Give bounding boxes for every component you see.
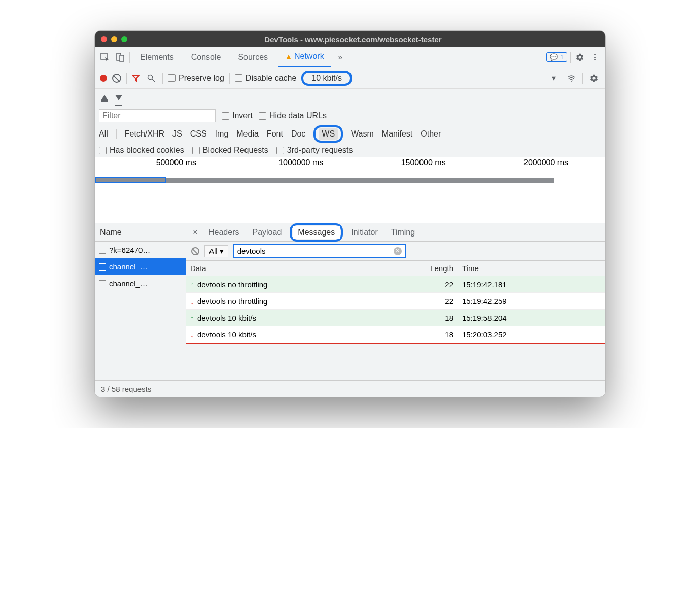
tab-console[interactable]: Console xyxy=(184,47,228,67)
request-row[interactable]: channel_… xyxy=(95,275,186,292)
tab-initiator[interactable]: Initiator xyxy=(346,226,382,239)
disable-cache-checkbox[interactable]: Disable cache xyxy=(235,74,297,83)
arrow-down-icon: ↓ xyxy=(190,297,197,306)
invert-checkbox[interactable]: Invert xyxy=(222,111,253,120)
col-length-header[interactable]: Length xyxy=(402,261,458,276)
warning-icon: ▲ xyxy=(285,52,292,60)
more-tabs-icon[interactable]: » xyxy=(334,51,346,63)
messages-filter-bar: All▾ ✕ xyxy=(186,242,605,261)
tab-timing[interactable]: Timing xyxy=(386,226,420,239)
file-icon xyxy=(99,280,106,287)
settings-icon[interactable] xyxy=(574,51,586,63)
recording-marker xyxy=(186,343,605,344)
close-detail-button[interactable]: × xyxy=(190,228,200,237)
col-data-header[interactable]: Data xyxy=(186,261,402,276)
message-type-select[interactable]: All▾ xyxy=(204,245,228,257)
clear-search-button[interactable]: ✕ xyxy=(394,247,402,255)
status-bar-row: 3 / 58 requests xyxy=(95,381,605,397)
hide-data-urls-checkbox[interactable]: Hide data URLs xyxy=(259,111,327,120)
kebab-menu-icon[interactable]: ⋮ xyxy=(589,51,601,63)
messages-header: Data Length Time xyxy=(186,261,605,276)
request-row[interactable]: channel_… xyxy=(95,258,186,275)
svg-rect-2 xyxy=(120,55,124,61)
search-icon[interactable] xyxy=(145,72,157,84)
chat-icon: 💬 xyxy=(550,53,558,61)
throttle-highlight: 10 kbit/s xyxy=(301,71,352,86)
type-filter-font[interactable]: Font xyxy=(267,129,283,139)
timeline-bar xyxy=(166,178,554,183)
blocked-cookies-checkbox[interactable]: Has blocked cookies xyxy=(99,146,184,155)
file-icon xyxy=(99,263,106,271)
wifi-icon[interactable] xyxy=(565,72,577,84)
tab-payload[interactable]: Payload xyxy=(247,226,287,239)
tab-headers[interactable]: Headers xyxy=(203,226,244,239)
timeline-tick: 2000000 ms xyxy=(523,158,568,167)
tab-elements[interactable]: Elements xyxy=(133,47,181,67)
type-filter-manifest[interactable]: Manifest xyxy=(382,129,412,139)
maximize-window-button[interactable] xyxy=(121,36,127,42)
preserve-log-checkbox[interactable]: Preserve log xyxy=(168,74,224,83)
arrow-down-icon: ↓ xyxy=(190,330,197,339)
type-filter-wasm[interactable]: Wasm xyxy=(351,129,374,139)
main-tabstrip: Elements Console Sources ▲ Network » 💬 1… xyxy=(95,47,605,67)
messages-table: Data Length Time ↑ devtools no throttlin… xyxy=(186,261,605,380)
clear-messages-button[interactable] xyxy=(191,247,199,255)
tab-sources[interactable]: Sources xyxy=(231,47,275,67)
message-row[interactable]: ↑ devtools 10 kbit/s1815:19:58.204 xyxy=(186,310,605,326)
type-filter-fetchxhr[interactable]: Fetch/XHR xyxy=(125,129,164,139)
request-detail: × Headers Payload Messages Initiator Tim… xyxy=(186,223,605,380)
type-filter-media[interactable]: Media xyxy=(236,129,259,139)
upload-icon[interactable] xyxy=(101,95,108,100)
tab-network[interactable]: ▲ Network xyxy=(278,47,331,67)
download-icon[interactable] xyxy=(115,95,122,100)
overview-timeline[interactable]: 500000 ms 1000000 ms 1500000 ms 2000000 … xyxy=(95,157,605,223)
request-list: Name ?k=62470…channel_…channel_… xyxy=(95,223,186,380)
issues-badge[interactable]: 💬 1 xyxy=(546,52,567,62)
messages-highlight: Messages xyxy=(290,223,343,242)
import-export-bar xyxy=(95,89,605,107)
throttle-dropdown-icon[interactable]: ▾ xyxy=(548,72,560,84)
blocked-requests-checkbox[interactable]: Blocked Requests xyxy=(192,146,268,155)
inspect-icon[interactable] xyxy=(99,51,111,63)
timeline-selection[interactable] xyxy=(95,177,166,183)
third-party-checkbox[interactable]: 3rd-party requests xyxy=(276,146,353,155)
titlebar: DevTools - www.piesocket.com/websocket-t… xyxy=(95,31,605,47)
type-filter-js[interactable]: JS xyxy=(172,129,182,139)
type-filter-other[interactable]: Other xyxy=(421,129,441,139)
request-count-status: 3 / 58 requests xyxy=(95,381,186,397)
throttle-select[interactable]: 10 kbit/s xyxy=(306,72,347,84)
col-time-header[interactable]: Time xyxy=(458,261,605,276)
network-settings-icon[interactable] xyxy=(588,72,600,84)
ws-highlight: WS xyxy=(313,125,343,143)
svg-point-3 xyxy=(148,75,153,79)
message-row[interactable]: ↑ devtools no throttling2215:19:42.181 xyxy=(186,276,605,293)
timeline-tick: 1000000 ms xyxy=(278,158,323,167)
type-filter-all[interactable]: All xyxy=(99,129,108,139)
request-row[interactable]: ?k=62470… xyxy=(95,242,186,258)
window-title: DevTools - www.piesocket.com/websocket-t… xyxy=(135,35,571,44)
type-filter-img[interactable]: Img xyxy=(215,129,229,139)
minimize-window-button[interactable] xyxy=(111,36,117,42)
type-filter-css[interactable]: CSS xyxy=(190,129,207,139)
svg-point-5 xyxy=(571,81,572,82)
network-toolbar: Preserve log Disable cache 10 kbit/s ▾ xyxy=(95,67,605,89)
filter-toggle-icon[interactable] xyxy=(132,74,140,82)
message-search-wrap: ✕ xyxy=(233,244,406,258)
message-row[interactable]: ↓ devtools no throttling2215:19:42.259 xyxy=(186,293,605,310)
close-window-button[interactable] xyxy=(101,36,107,42)
chevron-down-icon: ▾ xyxy=(220,247,224,256)
type-filter-doc[interactable]: Doc xyxy=(291,129,305,139)
tab-messages[interactable]: Messages xyxy=(293,226,340,239)
clear-button[interactable] xyxy=(112,74,121,83)
type-filter-ws[interactable]: WS xyxy=(319,128,338,140)
record-button[interactable] xyxy=(100,75,107,82)
window-controls xyxy=(101,36,127,42)
message-row[interactable]: ↓ devtools 10 kbit/s1815:20:03.252 xyxy=(186,326,605,343)
file-icon xyxy=(99,247,106,254)
filter-input[interactable] xyxy=(99,109,216,122)
name-column-header[interactable]: Name xyxy=(95,223,186,242)
device-mode-icon[interactable] xyxy=(114,51,126,63)
arrow-up-icon: ↑ xyxy=(190,280,197,289)
timeline-tick: 1500000 ms xyxy=(401,158,446,167)
message-search-input[interactable] xyxy=(237,247,394,255)
